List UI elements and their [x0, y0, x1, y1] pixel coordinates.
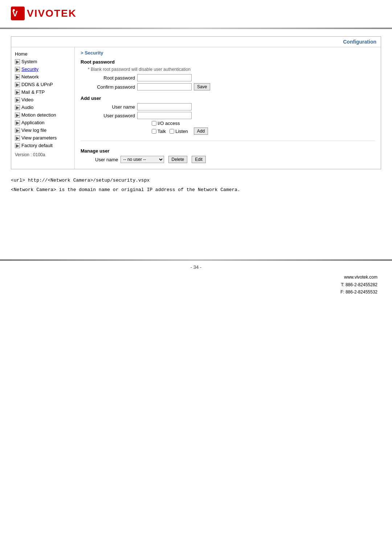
add-user-username-input[interactable]	[137, 103, 192, 110]
talk-checkbox-item: Talk	[152, 129, 166, 134]
add-user-password-input[interactable]	[137, 112, 192, 119]
manage-user-label: User name	[95, 157, 118, 162]
talk-listen-row: Talk Listen Add	[110, 127, 375, 135]
talk-listen-group: Talk Listen Add	[152, 127, 375, 135]
svg-point-2	[13, 9, 15, 11]
add-user-password-row: User password	[95, 112, 375, 119]
sidebar-label-network: Network	[21, 74, 39, 80]
panel-box: Configuration Home ▶ System ▶ Security	[11, 36, 381, 169]
sidebar-item-mail-ftp[interactable]: ▶ Mail & FTP	[11, 88, 74, 96]
root-password-label: Root password	[95, 75, 135, 81]
talk-checkbox[interactable]	[152, 129, 156, 134]
desc-line2: <Network Camera> is the domain name or o…	[11, 186, 381, 194]
sidebar-item-security[interactable]: ▶ Security	[11, 65, 74, 73]
header: V VIVOTEK	[0, 0, 392, 24]
arrow-icon-viewparams: ▶	[15, 135, 20, 141]
sidebar-item-video[interactable]: ▶ Video	[11, 96, 74, 104]
listen-checkbox[interactable]	[170, 129, 174, 134]
fax: F: 886-2-82455532	[340, 288, 377, 296]
listen-label: Listen	[175, 129, 188, 134]
confirm-password-row: Confirm password Save	[95, 83, 375, 90]
sidebar-label-video: Video	[21, 97, 33, 102]
config-header: Configuration	[11, 37, 381, 47]
confirm-password-input[interactable]	[137, 83, 192, 90]
sidebar-label-security: Security	[21, 66, 38, 72]
io-access-checkbox-item: I/O access	[152, 121, 180, 126]
add-user-form: User name User password	[95, 103, 375, 135]
arrow-icon-audio: ▶	[15, 105, 20, 110]
description-text: <url> http://<Network Camera>/setup/secu…	[11, 177, 381, 194]
sidebar-item-audio[interactable]: ▶ Audio	[11, 104, 74, 111]
sidebar-label-motion: Motion detection	[21, 112, 56, 118]
sidebar-label-application: Application	[21, 120, 45, 125]
sidebar-item-network[interactable]: ▶ Network	[11, 73, 74, 81]
add-user-username-label: User name	[95, 104, 135, 110]
panel-inner: Home ▶ System ▶ Security ▶ Network	[11, 47, 381, 169]
sidebar-label-mail-ftp: Mail & FTP	[21, 89, 45, 95]
sidebar-item-ddns[interactable]: ▶ DDNS & UPnP	[11, 81, 74, 88]
sidebar-label-home: Home	[15, 51, 28, 57]
arrow-icon-viewlog: ▶	[15, 128, 20, 133]
sidebar-item-system[interactable]: ▶ System	[11, 58, 74, 65]
sidebar-label-ddns: DDNS & UPnP	[21, 82, 53, 87]
talk-label: Talk	[158, 129, 166, 134]
logo-text: VIVOTEK	[27, 8, 77, 19]
arrow-icon-security: ▶	[15, 67, 20, 72]
edit-user-button[interactable]: Edit	[192, 156, 206, 163]
add-user-button[interactable]: Add	[194, 127, 208, 135]
page-footer: - 34 - www.vivotek.com T: 886-2-82455282…	[0, 264, 392, 296]
sidebar-item-factory[interactable]: ▶ Factory default	[11, 142, 74, 149]
sidebar-label-audio: Audio	[21, 105, 33, 110]
manage-user-section-header: Manage user	[81, 148, 375, 154]
bottom-separator	[0, 259, 392, 261]
arrow-icon-factory: ▶	[15, 143, 20, 148]
sidebar-item-motion[interactable]: ▶ Motion detection	[11, 111, 74, 119]
page-number: - 34 -	[191, 264, 201, 270]
config-label: Configuration	[343, 39, 376, 45]
arrow-icon-mail-ftp: ▶	[15, 90, 20, 95]
sidebar: Home ▶ System ▶ Security ▶ Network	[11, 47, 75, 169]
root-password-input[interactable]	[137, 74, 192, 81]
root-password-section-header: Root password	[81, 59, 375, 65]
confirm-password-label: Confirm password	[95, 84, 135, 90]
manage-user-section: Manage user User name -- no user -- Dele…	[81, 141, 375, 163]
logo: V VIVOTEK	[11, 7, 381, 20]
arrow-icon-application: ▶	[15, 120, 20, 125]
breadcrumb: > Security	[81, 50, 375, 56]
content-area: > Security Root password * Blank root pa…	[75, 47, 381, 169]
root-password-row: Root password	[95, 74, 375, 81]
manage-user-row: User name -- no user -- Delete Edit	[95, 156, 375, 163]
version-text: Version : 0100a	[11, 149, 74, 160]
io-access-label: I/O access	[158, 121, 180, 126]
io-access-checkbox[interactable]	[152, 121, 156, 126]
arrow-icon-system: ▶	[15, 59, 20, 64]
sidebar-label-viewlog: View log file	[21, 127, 46, 133]
sidebar-item-home[interactable]: Home	[11, 50, 74, 58]
vivotek-logo-icon: V	[11, 7, 25, 20]
phone: T: 886-2-82455282	[340, 281, 377, 288]
arrow-icon-network: ▶	[15, 74, 20, 80]
manage-user-dropdown[interactable]: -- no user --	[121, 156, 164, 163]
delete-user-button[interactable]: Delete	[168, 156, 188, 163]
save-button[interactable]: Save	[194, 83, 210, 90]
io-access-row: I/O access	[110, 121, 375, 126]
add-user-section: Add user User name User password	[81, 96, 375, 135]
add-user-password-label: User password	[95, 113, 135, 118]
arrow-icon-video: ▶	[15, 97, 20, 102]
desc-line1: <url> http://<Network Camera>/setup/secu…	[11, 177, 381, 185]
arrow-icon-ddns: ▶	[15, 82, 20, 87]
sidebar-label-system: System	[21, 59, 37, 64]
sidebar-item-viewparams[interactable]: ▶ View parameters	[11, 134, 74, 142]
add-user-username-row: User name	[95, 103, 375, 110]
add-user-section-header: Add user	[81, 96, 375, 101]
contact-info: www.vivotek.com T: 886-2-82455282 F: 886…	[340, 274, 392, 296]
sidebar-item-viewlog[interactable]: ▶ View log file	[11, 126, 74, 134]
io-access-group: I/O access	[152, 121, 180, 126]
listen-checkbox-item: Listen	[170, 129, 188, 134]
sidebar-label-factory: Factory default	[21, 143, 53, 148]
main-content: Configuration Home ▶ System ▶ Security	[0, 29, 392, 201]
website: www.vivotek.com	[340, 274, 377, 281]
root-password-note: * Blank root password will disable user …	[88, 67, 375, 72]
sidebar-label-viewparams: View parameters	[21, 135, 57, 141]
sidebar-item-application[interactable]: ▶ Application	[11, 119, 74, 126]
